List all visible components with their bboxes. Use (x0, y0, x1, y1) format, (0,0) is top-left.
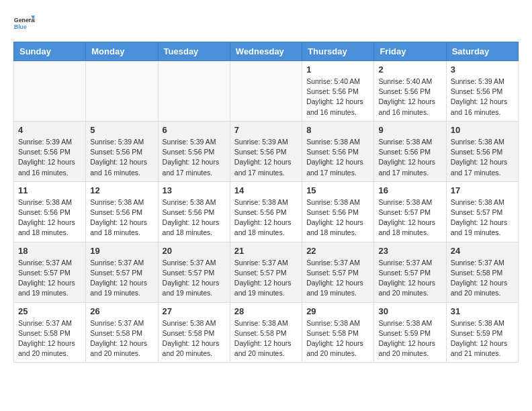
day-number: 13 (163, 185, 226, 195)
calendar-cell: 13Sunrise: 5:38 AM Sunset: 5:56 PM Dayli… (158, 181, 230, 242)
day-number: 29 (306, 306, 369, 316)
calendar-cell: 24Sunrise: 5:37 AM Sunset: 5:58 PM Dayli… (446, 242, 518, 302)
calendar-cell: 18Sunrise: 5:37 AM Sunset: 5:57 PM Dayli… (14, 242, 86, 302)
day-number: 24 (451, 246, 514, 256)
calendar-cell: 14Sunrise: 5:38 AM Sunset: 5:56 PM Dayli… (230, 181, 302, 242)
day-number: 17 (451, 185, 514, 195)
day-info: Sunrise: 5:37 AM Sunset: 5:57 PM Dayligh… (18, 258, 81, 299)
week-row-3: 11Sunrise: 5:38 AM Sunset: 5:56 PM Dayli… (14, 181, 519, 242)
day-number: 5 (90, 125, 153, 135)
day-number: 31 (451, 306, 514, 316)
weekday-header-sunday: Sunday (14, 42, 86, 61)
day-info: Sunrise: 5:38 AM Sunset: 5:57 PM Dayligh… (451, 197, 514, 238)
day-number: 6 (163, 125, 226, 135)
day-info: Sunrise: 5:40 AM Sunset: 5:56 PM Dayligh… (306, 77, 369, 118)
day-number: 27 (163, 306, 226, 316)
day-info: Sunrise: 5:39 AM Sunset: 5:56 PM Dayligh… (90, 137, 153, 178)
day-info: Sunrise: 5:37 AM Sunset: 5:58 PM Dayligh… (451, 258, 514, 299)
week-row-2: 4Sunrise: 5:39 AM Sunset: 5:56 PM Daylig… (14, 121, 519, 181)
weekday-header-saturday: Saturday (446, 42, 518, 61)
calendar-cell: 23Sunrise: 5:37 AM Sunset: 5:57 PM Dayli… (374, 242, 446, 302)
calendar-cell: 27Sunrise: 5:38 AM Sunset: 5:58 PM Dayli… (158, 302, 230, 363)
day-number: 12 (90, 185, 153, 195)
day-info: Sunrise: 5:38 AM Sunset: 5:56 PM Dayligh… (451, 137, 514, 178)
day-info: Sunrise: 5:38 AM Sunset: 5:56 PM Dayligh… (378, 137, 441, 178)
day-number: 7 (234, 125, 298, 135)
calendar-cell: 17Sunrise: 5:38 AM Sunset: 5:57 PM Dayli… (446, 181, 518, 242)
calendar-cell: 5Sunrise: 5:39 AM Sunset: 5:56 PM Daylig… (86, 121, 158, 181)
calendar-cell: 30Sunrise: 5:38 AM Sunset: 5:59 PM Dayli… (374, 302, 446, 363)
calendar: SundayMondayTuesdayWednesdayThursdayFrid… (13, 42, 519, 363)
calendar-cell: 10Sunrise: 5:38 AM Sunset: 5:56 PM Dayli… (446, 121, 518, 181)
weekday-header-tuesday: Tuesday (158, 42, 230, 61)
day-info: Sunrise: 5:37 AM Sunset: 5:57 PM Dayligh… (234, 258, 298, 299)
calendar-cell: 21Sunrise: 5:37 AM Sunset: 5:57 PM Dayli… (230, 242, 302, 302)
day-info: Sunrise: 5:37 AM Sunset: 5:58 PM Dayligh… (90, 318, 153, 359)
calendar-cell (86, 61, 158, 122)
day-info: Sunrise: 5:37 AM Sunset: 5:57 PM Dayligh… (378, 258, 441, 299)
day-number: 22 (306, 246, 369, 256)
calendar-cell: 22Sunrise: 5:37 AM Sunset: 5:57 PM Dayli… (302, 242, 374, 302)
day-number: 15 (306, 185, 369, 195)
day-info: Sunrise: 5:38 AM Sunset: 5:56 PM Dayligh… (18, 197, 81, 238)
day-info: Sunrise: 5:38 AM Sunset: 5:56 PM Dayligh… (234, 197, 298, 238)
day-info: Sunrise: 5:38 AM Sunset: 5:56 PM Dayligh… (90, 197, 153, 238)
calendar-cell: 2Sunrise: 5:40 AM Sunset: 5:56 PM Daylig… (374, 61, 446, 122)
week-row-1: 1Sunrise: 5:40 AM Sunset: 5:56 PM Daylig… (14, 61, 519, 122)
day-number: 10 (451, 125, 514, 135)
day-number: 2 (378, 64, 441, 75)
day-info: Sunrise: 5:37 AM Sunset: 5:57 PM Dayligh… (306, 258, 369, 299)
calendar-cell: 15Sunrise: 5:38 AM Sunset: 5:56 PM Dayli… (302, 181, 374, 242)
calendar-cell (14, 61, 86, 122)
day-info: Sunrise: 5:39 AM Sunset: 5:56 PM Dayligh… (163, 137, 226, 178)
weekday-header-row: SundayMondayTuesdayWednesdayThursdayFrid… (14, 42, 519, 61)
calendar-cell: 3Sunrise: 5:39 AM Sunset: 5:56 PM Daylig… (446, 61, 518, 122)
day-info: Sunrise: 5:38 AM Sunset: 5:58 PM Dayligh… (163, 318, 226, 359)
week-row-4: 18Sunrise: 5:37 AM Sunset: 5:57 PM Dayli… (14, 242, 519, 302)
calendar-cell: 20Sunrise: 5:37 AM Sunset: 5:57 PM Dayli… (158, 242, 230, 302)
day-number: 20 (163, 246, 226, 256)
day-number: 28 (234, 306, 298, 316)
day-number: 14 (234, 185, 298, 195)
day-info: Sunrise: 5:39 AM Sunset: 5:56 PM Dayligh… (451, 77, 514, 118)
day-info: Sunrise: 5:37 AM Sunset: 5:57 PM Dayligh… (90, 258, 153, 299)
calendar-cell: 7Sunrise: 5:39 AM Sunset: 5:56 PM Daylig… (230, 121, 302, 181)
day-info: Sunrise: 5:38 AM Sunset: 5:57 PM Dayligh… (378, 197, 441, 238)
day-number: 1 (306, 64, 369, 75)
day-info: Sunrise: 5:39 AM Sunset: 5:56 PM Dayligh… (234, 137, 298, 178)
calendar-cell: 31Sunrise: 5:38 AM Sunset: 5:59 PM Dayli… (446, 302, 518, 363)
weekday-header-thursday: Thursday (302, 42, 374, 61)
calendar-cell: 29Sunrise: 5:38 AM Sunset: 5:58 PM Dayli… (302, 302, 374, 363)
day-info: Sunrise: 5:38 AM Sunset: 5:59 PM Dayligh… (378, 318, 441, 359)
svg-text:Blue: Blue (14, 24, 27, 30)
day-info: Sunrise: 5:37 AM Sunset: 5:57 PM Dayligh… (163, 258, 226, 299)
day-info: Sunrise: 5:38 AM Sunset: 5:59 PM Dayligh… (451, 318, 514, 359)
calendar-cell: 4Sunrise: 5:39 AM Sunset: 5:56 PM Daylig… (14, 121, 86, 181)
day-info: Sunrise: 5:39 AM Sunset: 5:56 PM Dayligh… (18, 137, 81, 178)
logo-icon: General Blue (13, 13, 35, 35)
svg-text:General: General (14, 17, 35, 24)
calendar-cell (158, 61, 230, 122)
calendar-cell: 11Sunrise: 5:38 AM Sunset: 5:56 PM Dayli… (14, 181, 86, 242)
day-number: 19 (90, 246, 153, 256)
day-number: 3 (451, 64, 514, 75)
calendar-cell (230, 61, 302, 122)
day-info: Sunrise: 5:37 AM Sunset: 5:58 PM Dayligh… (18, 318, 81, 359)
day-info: Sunrise: 5:38 AM Sunset: 5:58 PM Dayligh… (234, 318, 298, 359)
day-info: Sunrise: 5:38 AM Sunset: 5:56 PM Dayligh… (306, 137, 369, 178)
weekday-header-monday: Monday (86, 42, 158, 61)
weekday-header-wednesday: Wednesday (230, 42, 302, 61)
day-number: 30 (378, 306, 441, 316)
day-info: Sunrise: 5:38 AM Sunset: 5:58 PM Dayligh… (306, 318, 369, 359)
day-number: 9 (378, 125, 441, 135)
day-number: 11 (18, 185, 81, 195)
day-number: 8 (306, 125, 369, 135)
logo: General Blue (13, 13, 35, 35)
calendar-cell: 19Sunrise: 5:37 AM Sunset: 5:57 PM Dayli… (86, 242, 158, 302)
day-number: 26 (90, 306, 153, 316)
calendar-cell: 26Sunrise: 5:37 AM Sunset: 5:58 PM Dayli… (86, 302, 158, 363)
calendar-cell: 25Sunrise: 5:37 AM Sunset: 5:58 PM Dayli… (14, 302, 86, 363)
day-info: Sunrise: 5:38 AM Sunset: 5:56 PM Dayligh… (163, 197, 226, 238)
week-row-5: 25Sunrise: 5:37 AM Sunset: 5:58 PM Dayli… (14, 302, 519, 363)
day-number: 25 (18, 306, 81, 316)
